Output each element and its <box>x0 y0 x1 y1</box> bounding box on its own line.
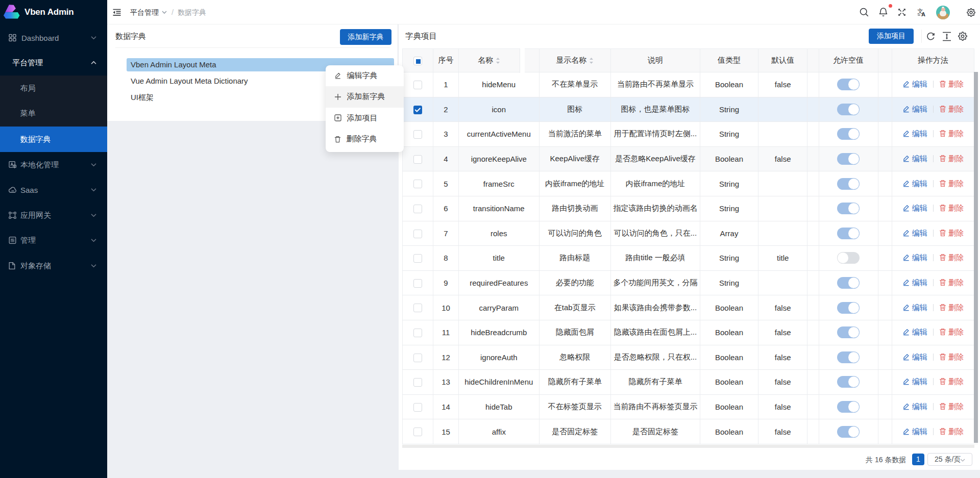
svg-text:A: A <box>921 11 925 17</box>
